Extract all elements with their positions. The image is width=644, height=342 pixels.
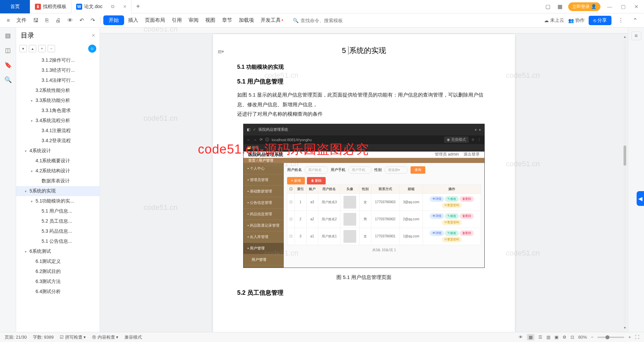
tab-home[interactable]: 首页 [0,0,30,13]
tab-document[interactable]: W 论文.doc ⧉ × [71,0,131,13]
login-button[interactable]: 立即登录 👤 [568,2,600,11]
coop-icon: 👥 [568,18,574,23]
menu-chapter[interactable]: 章节 [219,16,235,25]
outline-item[interactable]: 5.3 药品信息... [16,226,100,236]
file-menu[interactable]: 文件 [14,16,29,25]
outline-item[interactable]: 3.4.2登录流程 [16,136,100,146]
menu-view[interactable]: 视图 [203,16,218,25]
outline-list[interactable]: 3.1.2操作可行...3.1.3经济可行...3.1.4法律可行...3.2系… [16,54,100,332]
view-read-icon[interactable]: ▣ [554,335,558,340]
menu-pagelayout[interactable]: 页面布局 [142,16,168,25]
outline-item[interactable]: ▾5系统的实现 [16,186,100,196]
outline-item[interactable]: ▾4系统设计 [16,146,100,156]
outline-item[interactable]: 3.3.1角色需求 [16,106,100,116]
zoom-in-button[interactable]: + [628,335,631,340]
export-icon[interactable]: ⎘ [43,16,51,25]
outline-item[interactable]: 5.1 用户信息... [16,206,100,216]
close-window-button[interactable]: ✕ [632,4,641,10]
new-tab-button[interactable]: + [131,3,145,10]
maximize-button[interactable]: ▢ [619,4,628,10]
save-icon[interactable]: 🖫 [31,16,41,25]
nav-rail-icon[interactable]: ◫ [4,46,12,54]
outline-item[interactable]: ▾3.4系统流程分析 [16,116,100,126]
view-outline-icon[interactable]: ☰ [538,335,542,340]
eyecare-icon[interactable]: 👁 [519,335,523,340]
settings-icon[interactable]: ⚙ [562,335,567,340]
word-count[interactable]: 字数: 9389 [33,334,54,340]
outline-item[interactable]: 5.1 公告信息... [16,236,100,246]
outline-item[interactable]: ▾3.3系统功能分析 [16,96,100,106]
command-search[interactable]: 🔍 [293,18,361,23]
outline-item[interactable]: 3.2系统性能分析 [16,86,100,96]
grid-icon[interactable]: ▦ [556,3,564,10]
outline-rail-icon[interactable]: ▤ [4,32,12,40]
outline-item[interactable]: 3.1.2操作可行... [16,55,100,65]
undo-icon[interactable]: ↶ [77,16,87,25]
feedback-icon[interactable]: ☺ [88,45,96,53]
menu-insert[interactable]: 插入 [125,16,141,25]
preview-icon[interactable]: 👁 [65,16,75,25]
remove-button[interactable]: − [48,45,55,52]
close-outline-icon[interactable]: × [92,33,95,39]
close-tab-icon[interactable]: × [123,4,126,10]
page[interactable]: ▤▾ 5 系统的实现 5.1 功能模块的实现 5.1 用户信息管理 如图 5.1… [213,34,515,332]
minimize-button[interactable]: — [605,4,614,9]
outline-item[interactable]: 6.4测试分析 [16,287,100,297]
outline-item[interactable]: 6.1测试定义 [16,256,100,267]
outline-item[interactable]: ▾4.2系统结构设计 [16,166,100,176]
add-button[interactable]: + [38,45,46,52]
page-indicator[interactable]: 页面: 21/30 [5,334,27,340]
duplicate-icon[interactable]: ⧉ [111,4,114,9]
heading-1: 5 系统的实现 [237,46,491,56]
vertical-scrollbar[interactable]: ▲ ▼ [623,35,627,331]
collapse-icon[interactable]: ⌃ [630,16,640,25]
bookmark-rail-icon[interactable]: 🔖 [4,61,12,69]
outline-item[interactable]: ▾5.1功能模块的实... [16,196,100,206]
print-icon[interactable]: 🖨 [53,16,63,25]
layout-icon[interactable]: ▢ [544,3,551,10]
menu-start[interactable]: 开始 [103,15,124,25]
share-icon: ⎋ [593,18,596,23]
coop-button[interactable]: 👥协作 [568,17,585,23]
ruler[interactable] [100,27,628,34]
outline-item[interactable]: 6.2测试目的 [16,267,100,277]
view-web-icon[interactable]: ▥ [546,335,550,340]
fullscreen-icon[interactable]: ⛶ [635,335,639,340]
template-icon: ⬇ [35,4,41,10]
outline-item[interactable]: 4.1系统概要设计 [16,156,100,166]
format-panel-button[interactable]: ≡ [631,32,641,40]
redo-icon[interactable]: ↷ [88,16,98,25]
outline-item[interactable]: 6.3测试方法 [16,277,100,287]
search-rail-icon[interactable]: 🔍 [4,76,12,84]
menu-icon[interactable]: ≡ [4,16,12,25]
view-page-icon[interactable]: ▦ [527,334,534,340]
content-check[interactable]: ⦿ 内容检查 ▾ [92,334,118,340]
outline-item[interactable]: 数据库表设计 [16,176,100,186]
search-input[interactable] [301,18,361,23]
outline-item[interactable]: ▾6系统测试 [16,246,100,256]
zoom-slider[interactable] [597,337,624,338]
side-tab-button[interactable]: ◀ [637,191,644,206]
expand-all-button[interactable]: ▴ [29,45,36,52]
more-icon[interactable]: ⋮ [615,16,626,25]
collapse-all-button[interactable]: ▾ [19,45,27,52]
cloud-status[interactable]: ☁未上云 [544,17,564,23]
menu-devtools[interactable]: 开发工具• [258,16,286,25]
tab-template[interactable]: ⬇ 找稻壳模板 [30,0,71,13]
share-button[interactable]: ⎋分享 [589,16,611,25]
figure-caption: 图 5.1 用户信息管理页面 [237,273,491,282]
menu-reference[interactable]: 引用 [169,16,184,25]
outline-item[interactable]: 3.1.3经济可行... [16,65,100,75]
heading-3: 5.1 用户信息管理 [237,77,491,86]
outline-item[interactable]: 3.4.1注册流程 [16,126,100,136]
zoom-out-button[interactable]: − [591,335,594,340]
left-rail: ▤ ◫ 🔖 🔍 [0,27,16,332]
zoom-label[interactable]: 80% [578,335,587,340]
outline-item[interactable]: 3.1.4法律可行... [16,75,100,86]
zoom-fit-icon[interactable]: ⊡ [571,335,574,340]
scrollbar-thumb[interactable] [624,146,626,166]
menu-addins[interactable]: 加载项 [236,16,257,25]
menu-review[interactable]: 审阅 [186,16,201,25]
outline-item[interactable]: 5.2 员工信息... [16,216,100,226]
spellcheck-toggle[interactable]: ☑ 拼写检查 ▾ [60,334,86,340]
